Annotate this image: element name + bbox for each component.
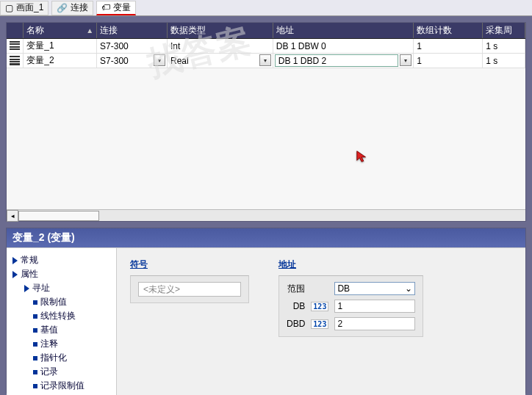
scroll-thumb[interactable] (18, 211, 99, 221)
col-cycle[interactable]: 采集周 (483, 23, 525, 38)
arrow-icon (12, 257, 18, 264)
number-icon: 123 (311, 302, 328, 311)
tab-variables-label: 变量 (113, 1, 131, 14)
bullet-icon (33, 328, 37, 333)
cell-connection[interactable]: S7-300▾ (97, 54, 168, 68)
dropdown-icon[interactable]: ▾ (400, 54, 411, 66)
bullet-icon (33, 314, 37, 319)
dropdown-icon[interactable]: ▾ (259, 54, 271, 66)
range-select[interactable]: DB⌄ (334, 282, 415, 295)
db-label: DB (287, 301, 305, 311)
address-group: 地址 范围 DB⌄ DB 123 DBD 123 (278, 258, 423, 395)
screen-icon: ▢ (5, 3, 13, 13)
tree-pointer[interactable]: 指针化 (33, 352, 110, 364)
scroll-left-button[interactable]: ◂ (7, 210, 18, 222)
tree-limits[interactable]: 限制值 (33, 296, 110, 308)
col-handle (7, 23, 24, 38)
tree-logging[interactable]: 记录 (33, 366, 110, 378)
tree-linear[interactable]: 线性转换 (33, 310, 110, 322)
arrow-icon (24, 285, 29, 292)
symbol-label: 符号 (130, 258, 249, 271)
tag-icon: 🏷 (101, 2, 110, 12)
bullet-icon (33, 370, 37, 374)
table-body: 变量_1 S7-300 Int DB 1 DBW 0 1 1 s 变量_2 S7… (7, 39, 525, 209)
symbol-group: 符号 (130, 258, 249, 395)
tree-comment[interactable]: 注释 (33, 338, 110, 350)
dbd-input[interactable] (334, 317, 415, 330)
cell-datatype[interactable]: Int (168, 39, 273, 53)
top-toolbar: ▢ 画面_1 🔗 连接 🏷 变量 (0, 0, 532, 16)
col-address[interactable]: 地址 (273, 23, 414, 38)
address-editor[interactable]: DB 1 DBD 2 (275, 54, 398, 67)
tab-screen[interactable]: ▢ 画面_1 (0, 1, 48, 15)
col-name[interactable]: 名称▲ (24, 23, 97, 38)
dropdown-icon[interactable]: ▾ (154, 54, 165, 66)
link-icon: 🔗 (57, 3, 68, 13)
cell-address[interactable]: DB 1 DBW 0 (273, 39, 414, 53)
table-header: 名称▲ 连接 数据类型 地址 数组计数 采集周 (7, 23, 525, 39)
tab-connection[interactable]: 🔗 连接 (51, 1, 93, 15)
property-tree: 常规 属性 寻址 限制值 线性转换 基值 注释 指针化 记录 记录限制值 事件 (7, 248, 117, 395)
bullet-icon (33, 300, 37, 305)
table-row[interactable]: 变量_2 S7-300▾ Real▾ DB 1 DBD 2▾ 1 1 s (7, 54, 525, 68)
arrow-icon (12, 271, 18, 278)
col-connection[interactable]: 连接 (97, 23, 168, 38)
tab-variables[interactable]: 🏷 变量 (96, 1, 136, 15)
property-content: 符号 地址 范围 DB⌄ DB 123 DBD 123 (117, 248, 525, 395)
tree-general[interactable]: 常规 (12, 254, 110, 267)
cell-cycle[interactable]: 1 s (483, 39, 525, 53)
bullet-icon (33, 384, 37, 388)
cell-address[interactable]: DB 1 DBD 2▾ (273, 54, 414, 68)
row-handle-icon (10, 56, 20, 66)
tab-screen-label: 画面_1 (16, 1, 43, 14)
row-handle-icon (10, 41, 20, 51)
number-icon: 123 (311, 319, 328, 329)
col-datatype[interactable]: 数据类型 (168, 23, 273, 38)
address-label: 地址 (278, 258, 423, 271)
cell-name[interactable]: 变量_2 (24, 54, 97, 68)
cell-connection[interactable]: S7-300 (97, 39, 168, 53)
tree-loglimit[interactable]: 记录限制值 (33, 380, 110, 392)
dbd-label: DBD (287, 319, 305, 329)
cell-arraycount[interactable]: 1 (414, 54, 483, 68)
panel-title: 变量_2 (变量) (7, 228, 525, 247)
tree-properties[interactable]: 属性 (12, 268, 110, 280)
bullet-icon (33, 342, 37, 347)
bullet-icon (33, 356, 37, 360)
chevron-down-icon: ⌄ (405, 283, 412, 294)
variable-table: 名称▲ 连接 数据类型 地址 数组计数 采集周 变量_1 S7-300 Int … (6, 22, 526, 222)
cell-cycle[interactable]: 1 s (483, 54, 525, 68)
db-input[interactable] (334, 300, 415, 313)
cell-name[interactable]: 变量_1 (24, 39, 97, 53)
tab-connection-label: 连接 (71, 1, 88, 14)
sort-icon: ▲ (86, 26, 93, 35)
col-arraycount[interactable]: 数组计数 (414, 23, 483, 38)
range-label: 范围 (287, 283, 305, 295)
tree-base[interactable]: 基值 (33, 324, 110, 336)
symbol-input[interactable] (138, 282, 241, 297)
property-panel: 变量_2 (变量) 常规 属性 寻址 限制值 线性转换 基值 注释 指针化 记录… (6, 228, 526, 394)
cell-arraycount[interactable]: 1 (414, 39, 483, 53)
horizontal-scrollbar[interactable]: ◂ (7, 209, 525, 221)
tree-addressing[interactable]: 寻址 (24, 282, 110, 294)
cell-datatype[interactable]: Real▾ (168, 54, 273, 68)
table-row[interactable]: 变量_1 S7-300 Int DB 1 DBW 0 1 1 s (7, 39, 525, 54)
